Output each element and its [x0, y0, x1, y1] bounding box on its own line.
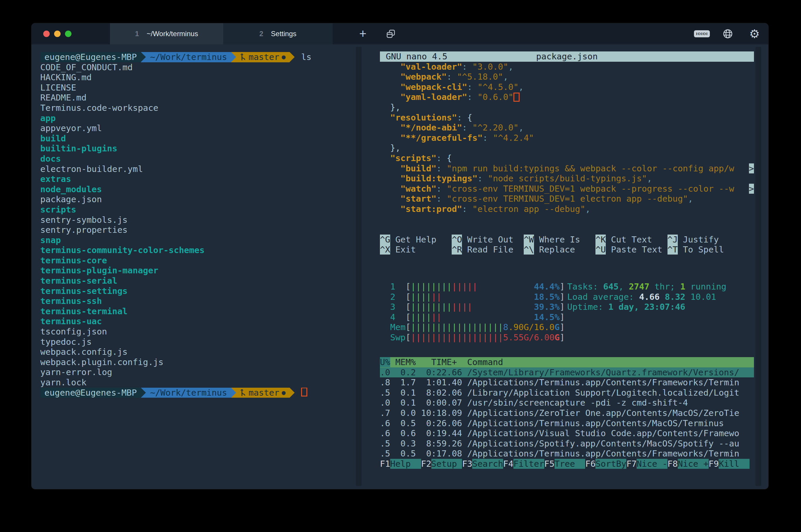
text-segment: Setup: [431, 459, 462, 469]
text-segment: [380, 72, 400, 82]
text-segment: [678, 234, 683, 245]
text-segment: [442, 292, 534, 302]
tab-work-terminus[interactable]: 1 ~/Work/terminus: [110, 23, 223, 44]
terminal-line: terminus-ssh: [40, 296, 355, 306]
split-pane-icon[interactable]: [381, 23, 400, 44]
text-segment: To Spell: [683, 245, 724, 254]
text-segment: Filter: [514, 459, 544, 469]
text-segment: app: [40, 113, 56, 123]
text-segment: .6 0.5 0:26.06 /Applications/Terminus.ap…: [380, 418, 724, 428]
text-segment: running: [686, 282, 727, 291]
text-segment: extras: [40, 174, 71, 184]
text-segment: "0.6.0": [478, 92, 514, 102]
text-segment: .7 0.0 10:18.09 /Applications/ZeroTier O…: [380, 408, 739, 418]
htop-tasks-summary: Tasks: 645, 2747 thr; 1 runningLoad aver…: [567, 282, 726, 312]
text-segment: ,: [518, 122, 523, 133]
terminal-pane-nano[interactable]: package.json GNU nano 4.5 "val-loader": …: [380, 52, 754, 255]
text-segment: ^\: [524, 245, 534, 254]
terminal-line: "webpack": "^5.18.0",: [380, 72, 754, 82]
text-segment: ||||||||||||||||||: [411, 332, 503, 342]
text-segment: F3: [462, 459, 472, 469]
terminal-pane-htop[interactable]: 1 [||||||||||||| 44.4%] 2 [|||||| 18.5%]…: [380, 282, 754, 343]
terminal-line: appveyor.yml: [40, 123, 355, 133]
text-segment: docs: [40, 154, 61, 164]
text-segment: MEM% TIME+ Command: [390, 357, 503, 367]
text-segment: [534, 234, 539, 245]
shell-command: ls: [301, 52, 311, 62]
text-segment: Get Help: [395, 234, 452, 245]
text-segment: ^J: [668, 234, 678, 245]
text-segment: .90G/16.0: [508, 322, 555, 332]
terminal-line: .5 0.3 8:59.26 /Applications/Spotify.app…: [380, 439, 754, 449]
text-segment: ^W: [524, 234, 534, 245]
powerline-arrow: [231, 388, 236, 398]
prompt-user-segment: eugene@Eugenes-MBP: [40, 388, 141, 398]
terminus-window: 1 ~/Work/terminus 2 Settings + IOIOI: [32, 23, 768, 489]
text-segment: "yaml-loader": [400, 92, 467, 102]
text-segment: :: [436, 194, 447, 204]
git-branch-label: master: [248, 52, 279, 62]
terminal-line: F1Help F2Setup F3SearchF4FilterF5Tree F6…: [380, 459, 754, 469]
close-button[interactable]: [43, 31, 50, 37]
powerline-arrow: [290, 52, 295, 62]
text-segment: ||: [431, 312, 442, 322]
text-segment: scripts: [40, 205, 76, 214]
text-segment: Nice +: [678, 459, 709, 469]
text-segment: Mem: [390, 322, 406, 332]
text-segment: yarn.lock: [40, 377, 87, 387]
shell-cursor: [301, 388, 307, 397]
text-segment: 44.4%: [534, 282, 560, 291]
text-segment: "cross-env TERMINUS_DEV=1 electron app -…: [447, 194, 688, 204]
left-pane-scrollbar[interactable]: [356, 47, 362, 486]
terminal-line: terminus-settings: [40, 286, 355, 296]
text-segment: Search: [472, 459, 503, 469]
text-segment: terminus-core: [40, 255, 107, 265]
text-segment: "electron app --debug": [472, 204, 585, 214]
tab-settings[interactable]: 2 Settings: [223, 23, 333, 44]
terminal-line: extras: [40, 174, 355, 184]
text-segment: |||||: [452, 282, 477, 291]
text-segment: :: [462, 204, 472, 214]
text-segment: "val-loader": [400, 62, 462, 72]
text-segment: terminus-terminal: [40, 306, 128, 316]
terminal-pane-shell[interactable]: eugene@Eugenes-MBP ~/Work/terminus maste…: [40, 52, 355, 398]
text-segment: builtin-plugins: [40, 144, 117, 153]
text-segment: ||||: [411, 292, 431, 302]
tab-index: 1: [135, 30, 139, 38]
terminal-line: node_modules: [40, 184, 355, 194]
text-segment: "webpack-cli": [400, 82, 467, 92]
serial-badge-label: IOIOI: [694, 30, 710, 37]
zoom-button[interactable]: [65, 31, 72, 37]
text-segment: Swp: [390, 332, 406, 342]
tab-index: 2: [259, 30, 263, 38]
text-segment: ||||: [452, 302, 472, 312]
serial-port-icon[interactable]: IOIOI: [692, 23, 712, 44]
text-segment: [390, 234, 395, 245]
terminal-line: "webpack-cli": "^4.5.0",: [380, 82, 754, 92]
text-segment: :: [447, 72, 457, 82]
new-tab-button[interactable]: +: [353, 23, 372, 44]
text-segment: ,: [647, 173, 652, 184]
terminal-line: },: [380, 102, 754, 113]
text-segment: U%: [380, 357, 390, 367]
text-segment: ]: [560, 312, 564, 322]
terminal-line: "watch": "cross-env TERMINUS_DEV=1 webpa…: [380, 184, 754, 194]
terminal-line: "yaml-loader": "0.6.0": [380, 92, 754, 102]
text-segment: [380, 173, 400, 184]
ssh-globe-icon[interactable]: [720, 23, 736, 44]
text-segment: F4: [503, 459, 514, 469]
terminal-line: Swp[||||||||||||||||||5.55G/6.00G]: [380, 332, 754, 343]
text-segment: 3: [390, 302, 406, 312]
settings-gear-icon[interactable]: ⚙: [746, 23, 763, 44]
terminal-line: .8 1.7 1:01.40 /Applications/Terminus.ap…: [380, 377, 754, 388]
right-pane-scrollbar[interactable]: [756, 47, 761, 486]
text-segment: ,: [508, 62, 514, 72]
text-segment: "*/node-abi": [400, 122, 462, 133]
htop-process-table[interactable]: U% MEM% TIME+ Command.0 0.2 0:22.66 /Sys…: [380, 357, 754, 469]
terminal-line: webpack.plugin.config.js: [40, 357, 355, 367]
terminal-line: Terminus.code-workspace: [40, 103, 355, 113]
minimize-button[interactable]: [54, 31, 60, 37]
terminal-line: [380, 224, 754, 234]
text-segment: node_modules: [40, 184, 102, 194]
text-segment: "build": [400, 164, 436, 173]
